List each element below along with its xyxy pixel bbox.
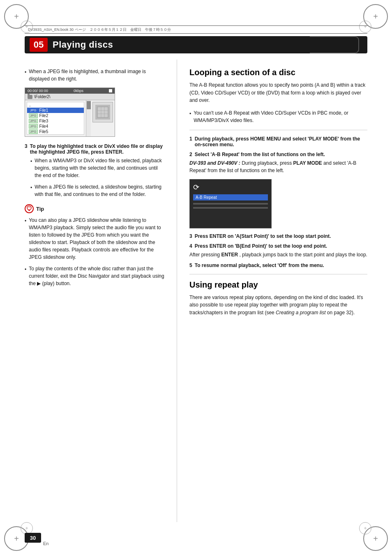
step3-details: • When a WMA/MP3 or DivX video file is s… [25, 157, 164, 198]
fb-path: \Folder2\ [34, 94, 50, 99]
page-lang-label: En [43, 541, 48, 546]
right-step2-text: Select 'A-B Repeat' from the list of fun… [195, 152, 325, 157]
fb-time: 00:00/ 00:00 [28, 89, 48, 93]
fb-list-item-file1[interactable]: JPG File1 [27, 108, 84, 113]
screen-menu-ab-repeat: A-B Repeat [193, 194, 268, 200]
fb-folder-icon [28, 95, 32, 99]
fb-file-type-3: JPG [29, 119, 38, 123]
step3-bullet1-text: When a WMA/MP3 or DivX video file is sel… [35, 157, 164, 179]
tip-bullet-dot-1: • [25, 217, 26, 261]
fb-filename-1: File1 [39, 108, 48, 113]
step2-note-body: During playback, press [242, 160, 293, 166]
right-step4-header: 4 Press ENTER on 'B(End Point)' to set t… [189, 243, 367, 249]
section2-body: There are various repeat play options, d… [189, 294, 367, 317]
corner-mark-br [359, 522, 371, 534]
fb-filename-5: File5 [39, 129, 48, 134]
svg-line-9 [28, 207, 29, 207]
ab-repeat-screen: ⟳ A-B Repeat [189, 179, 272, 228]
page-number: 30 [25, 533, 41, 543]
step3-number: 3 [25, 143, 28, 155]
right-step4-number: 4 [189, 243, 192, 249]
fb-list: .. JPG File1 JPG File2 JPG [27, 102, 84, 135]
fb-file-type-1: JPG [29, 108, 38, 113]
step2-note-italic: DV-393 and DV-490V : [189, 160, 240, 166]
right-step4-body: After pressing ENTER , playback jumps ba… [189, 251, 367, 258]
right-step5-header: 5 To resume normal playback, select 'Off… [189, 263, 367, 268]
fb-status-bar: 00:00/ 00:00 0kbps [25, 88, 115, 94]
step3-bullet2: • When a JPEG file is selected, a slides… [30, 183, 164, 198]
bullet-dot-2: • [30, 184, 32, 198]
tip-bullet2: • To play the contents of the whole disc… [25, 265, 164, 287]
right-step3-number: 3 [189, 233, 192, 239]
right-step1-number: 1 [189, 136, 192, 147]
screen-menu-item-2 [193, 203, 268, 205]
tip-icon [25, 204, 34, 213]
section1-bullet1-text: You can't use A-B Repeat with Video CD/S… [194, 109, 367, 124]
chapter-number: 05 [30, 38, 48, 52]
svg-rect-7 [29, 211, 30, 211]
fb-preview [92, 102, 113, 122]
bullet-dot: • [25, 69, 26, 83]
right-step1-text: During playback, press HOME MENU and sel… [195, 136, 367, 147]
fb-scrollbar-track[interactable] [86, 100, 91, 136]
fb-list-item-file3[interactable]: JPG File3 [27, 118, 84, 124]
fb-list-item-parent[interactable]: .. [27, 102, 84, 108]
fb-item-parent-dots: .. [29, 103, 31, 107]
step3-header: 3 To play the highlighted track or DivX … [25, 143, 164, 155]
right-step4-text: Press ENTER on 'B(End Point)' to set the… [195, 243, 327, 249]
tip-bullet2-text: To play the contents of the whole disc r… [29, 265, 164, 287]
step4-body: After pressing [189, 252, 221, 258]
step4-end: , playback jumps back to the start point… [239, 252, 367, 258]
fb-filename-3: File3 [39, 119, 48, 123]
bullet-dot-1: • [30, 158, 32, 179]
right-step1-header: 1 During playback, press HOME MENU and s… [189, 136, 367, 147]
svg-rect-6 [28, 210, 30, 211]
fb-preview-svg [97, 106, 108, 118]
fb-filename-4: File4 [39, 124, 48, 129]
fb-list-content: .. JPG File1 JPG File2 JPG [25, 100, 86, 136]
fb-scrollbar-thumb[interactable] [87, 101, 91, 109]
right-step5-number: 5 [189, 263, 192, 268]
step3-bullet1: • When a WMA/MP3 or DivX video file is s… [30, 157, 164, 179]
tip-header: Tip [25, 204, 164, 213]
bullet-jpeg-thumbnail: • When a JPEG file is highlighted, a thu… [25, 68, 164, 83]
column-divider [177, 60, 177, 522]
right-column: Looping a section of a disc The A-B Repe… [189, 60, 367, 522]
fb-list-item-file2[interactable]: JPG File2 [27, 113, 84, 118]
main-content: • When a JPEG file is highlighted, a thu… [25, 60, 367, 522]
svg-line-10 [30, 207, 30, 207]
fb-list-item-file5[interactable]: JPG File5 [27, 129, 84, 134]
fb-file-type-5: JPG [29, 129, 38, 134]
right-step2-note: DV-393 and DV-490V : During playback, pr… [189, 159, 367, 174]
tip-lightbulb-icon [26, 205, 32, 212]
right-step2-header: 2 Select 'A-B Repeat' from the list of f… [189, 152, 367, 157]
screen-menu-item-3 [193, 207, 268, 209]
rule1 [189, 130, 367, 130]
tip-content: • You can also play a JPEG slideshow whi… [25, 216, 164, 287]
section2-title: Using repeat play [189, 280, 367, 290]
step2-note-bold: PLAY MODE [293, 160, 322, 166]
fb-stop-button[interactable] [109, 89, 112, 92]
chapter-title: Playing discs [53, 39, 113, 50]
svg-rect-0 [97, 107, 108, 117]
step4-bold: ENTER [221, 252, 238, 258]
tip-bullet1-text: You can also play a JPEG slideshow while… [29, 216, 164, 261]
right-step5-text: To resume normal playback, select 'Off' … [195, 263, 324, 268]
fb-kbps: 0kbps [74, 89, 83, 93]
fb-path-bar: \Folder2\ [25, 94, 115, 100]
step3-text: To play the highlighted track or DivX vi… [30, 143, 164, 155]
repeat-icon: ⟳ [193, 183, 268, 192]
section2-end: on page 32). [327, 310, 355, 315]
fb-list-item-file4[interactable]: JPG File4 [27, 124, 84, 129]
fb-file-type-2: JPG [29, 113, 38, 118]
section2-italic: Creating a program list [276, 310, 325, 315]
fb-preview-image [95, 105, 110, 120]
chapter-arc [310, 36, 359, 53]
section1-title: Looping a section of a disc [189, 68, 367, 77]
header-bar: DV393S_ASIA_EN.book 30 ページ ２００６年５月１２日 金曜… [25, 25, 367, 34]
fb-bottom: .. JPG File1 JPG File2 JPG [25, 100, 115, 136]
fb-file-type-4: JPG [29, 124, 38, 129]
tip-bullet-dot-2: • [25, 266, 26, 287]
fb-list-wrapper: .. JPG File1 JPG File2 JPG [25, 100, 91, 136]
right-step3-header: 3 Press ENTER on 'A(Start Point)' to set… [189, 233, 367, 239]
